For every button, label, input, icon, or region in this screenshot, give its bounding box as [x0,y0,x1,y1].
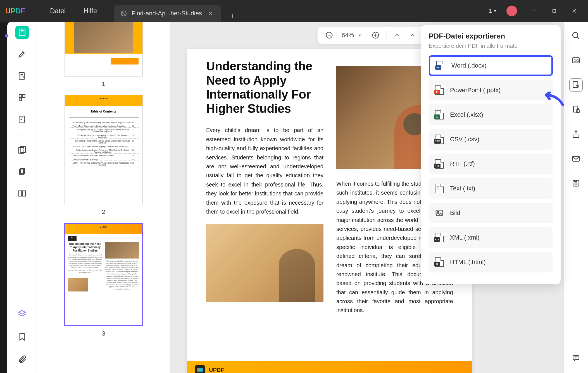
export-img-label: Bild [450,209,460,217]
export-panel: PDF-Datei exportieren Exportiere dein PD… [421,25,561,284]
svg-text:OCR: OCR [574,59,580,62]
toc-row: Scholarship Rules – How to Apply For One… [69,134,139,139]
page-heading: Understanding the Need to Apply Internat… [206,59,323,116]
thumbnail-panel[interactable]: 1 ● UPDF Table of Contents Understanding… [37,22,170,373]
toc-row: Understanding the Need to Apply Internat… [69,121,139,124]
window-close[interactable] [567,5,582,17]
document-tab[interactable]: Find-and-Ap...her-Studies ✕ [114,5,221,22]
banner-brand: UPDF [209,367,224,373]
thumb-3-label: 3 [54,330,153,337]
tool-attachment[interactable] [15,353,29,366]
export-txt-label: Text (.txt) [450,185,475,192]
tool-highlight[interactable] [15,47,29,61]
export-csv-label: CSV (.csv) [450,136,479,143]
thumb3-heading: Understanding the Need to Apply Internat… [68,242,103,252]
export-text[interactable]: T Text (.txt) [429,178,553,199]
page-up-button[interactable] [405,29,420,42]
svg-rect-6 [19,98,22,101]
page-image-library [206,224,323,302]
page-first-button[interactable] [389,29,405,42]
svg-point-18 [573,32,578,38]
export-excel-label: Excel (.xlsx) [450,111,483,118]
tool-layers[interactable] [15,307,29,321]
tool-search[interactable] [569,29,583,42]
zoom-out-button[interactable] [321,29,337,42]
window-count[interactable]: 1 ▼ [489,7,497,15]
window-minimize[interactable] [527,5,542,17]
svg-rect-1 [553,9,556,13]
zoom-value[interactable]: 64% [337,32,359,39]
tab-close-icon[interactable]: ✕ [206,9,215,17]
tool-save[interactable] [569,176,583,190]
tab-doc-icon [120,10,127,17]
export-image[interactable]: Bild [429,203,553,223]
left-toolbar [7,22,37,373]
tool-email[interactable] [569,152,583,165]
export-rtf[interactable]: RTF RTF (.rtf) [429,154,553,174]
document-viewport[interactable]: 64% ▾ Understanding the Need to Apply In… [170,22,588,373]
export-word[interactable]: W Word (.docx) [429,55,553,76]
tool-bookmark[interactable] [15,330,29,343]
export-ppt-label: PowerPoint (.pptx) [450,87,501,94]
thumb-1-label: 1 [54,80,153,88]
export-excel[interactable]: X Excel (.xlsx) [429,104,553,125]
menu-file[interactable]: Datei [46,5,70,16]
app-logo: UPDF [0,7,31,15]
export-rtf-label: RTF (.rtf) [450,160,475,168]
titlebar: UPDF Datei Hilfe Find-and-Ap...her-Studi… [0,0,588,22]
zoom-in-button[interactable] [368,29,383,42]
tab-title: Find-and-Ap...her-Studies [132,10,202,17]
export-xml[interactable]: </> XML (.xml) [429,227,553,248]
toc-row: UPDF – The Perfect Solution to Prepare S… [69,162,139,166]
export-word-label: Word (.docx) [451,62,487,69]
divider [18,135,26,135]
export-xml-label: XML (.xml) [450,234,480,241]
toc-row: The 10 Best Global Universities Leading … [69,125,139,128]
tool-crop[interactable] [15,165,29,178]
tool-protect[interactable] [569,103,583,116]
export-html-label: HTML (.html) [450,259,486,266]
app-body: 1 ● UPDF Table of Contents Understanding… [7,22,588,373]
panel-nub[interactable] [5,34,8,37]
tool-comment[interactable] [569,351,583,365]
tool-page-organize[interactable] [15,91,29,104]
export-subtitle: Exportiere dein PDF in alle Formate [429,43,553,49]
toc-row: Practical Tips to Help You In Applying f… [69,145,139,148]
divider [386,31,386,39]
callout-arrow-icon [544,92,564,109]
export-powerpoint[interactable]: P PowerPoint (.pptx) [429,80,553,101]
chapter-badge: 01 [68,236,77,241]
tool-share[interactable] [569,127,583,141]
tool-edit[interactable] [15,69,29,83]
divider [36,7,36,15]
toc-row: Looking Into the Top 10 Subject Majors T… [69,128,139,133]
svg-rect-4 [19,95,22,97]
tab-add-button[interactable]: ＋ [226,9,239,22]
thumbnail-3[interactable]: ● UPDF 01 Understanding the Need to Appl… [54,223,153,337]
svg-rect-7 [19,116,24,123]
zoom-dropdown-icon[interactable]: ▾ [359,33,368,38]
svg-rect-13 [22,191,25,196]
thumbnail-1[interactable]: 1 [54,22,153,88]
menu-help[interactable]: Hilfe [80,5,101,16]
export-csv[interactable]: CSV CSV (.csv) [429,129,553,150]
tool-redact[interactable] [15,143,29,157]
thumbnail-2[interactable]: ● UPDF Table of Contents Understanding t… [54,95,153,216]
svg-rect-21 [573,82,578,87]
tool-form[interactable] [15,113,29,126]
toc-row: Famous Institutions in North American Co… [69,154,139,157]
tool-ocr[interactable]: OCR [569,54,583,67]
tool-export[interactable] [569,78,583,92]
window-maximize[interactable] [547,5,562,17]
toc-row: Scholarship Rules for the 10 Best Global… [69,140,139,144]
tool-reader[interactable] [15,26,29,39]
export-html[interactable]: H HTML (.html) [429,252,553,272]
tool-compare[interactable] [15,187,29,200]
svg-rect-12 [19,191,22,196]
svg-rect-5 [22,95,25,97]
user-avatar[interactable] [506,6,517,16]
tab-area: Find-and-Ap...her-Studies ✕ ＋ [114,0,239,22]
svg-point-26 [575,183,577,185]
thumb-2-label: 2 [54,208,153,216]
updf-logo-square [195,365,205,373]
